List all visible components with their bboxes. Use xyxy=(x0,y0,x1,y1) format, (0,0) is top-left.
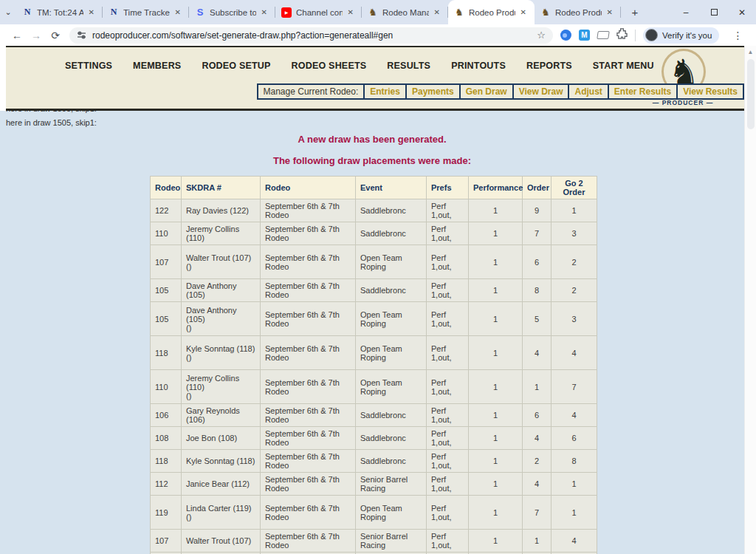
cell-rodeo: September 6th & 7th Rodeo xyxy=(261,427,356,450)
bookmark-star-icon[interactable]: ☆ xyxy=(537,30,546,41)
window-controls: – ✕ xyxy=(672,0,756,24)
cell-order: 1 xyxy=(523,370,551,404)
cell-go2-order: 3 xyxy=(551,222,597,245)
tab-close-icon[interactable]: ✕ xyxy=(518,7,529,18)
page-scrollbar[interactable]: ▲ xyxy=(744,46,756,554)
table-row: 105 Dave Anthony (105) September 6th & 7… xyxy=(151,279,597,302)
tab-title: Channel conten xyxy=(296,8,343,17)
new-tab-button[interactable]: + xyxy=(625,6,645,18)
cell-order: 8 xyxy=(523,279,551,302)
cell-go2-order: 8 xyxy=(551,450,597,473)
cell-member: Jeremy Collins (110) xyxy=(182,222,261,245)
cell-prefs: Perf 1,out, xyxy=(427,427,469,450)
browser-menu-icon[interactable]: ⋮ xyxy=(732,30,743,41)
tab-close-icon[interactable]: ✕ xyxy=(432,7,442,18)
tabs: TM: Tot:24 A:3, E ✕ Time Tracker ✕ Subsc… xyxy=(16,0,621,24)
horse-icon xyxy=(368,7,378,18)
cell-performance: 1 xyxy=(469,530,523,553)
cell-rodeo: September 6th & 7th Rodeo xyxy=(261,279,356,302)
adjust-button[interactable]: Adjust xyxy=(568,83,608,100)
view-results-button[interactable]: View Results xyxy=(676,83,744,100)
extension-blue-icon[interactable] xyxy=(560,30,571,41)
notion-icon xyxy=(22,7,32,18)
view-draw-button[interactable]: View Draw xyxy=(512,83,570,100)
browser-tab[interactable]: Rodeo Produce ✕ xyxy=(535,0,621,24)
cell-event: Saddlebronc xyxy=(356,427,427,450)
cell-member: Gary Reynolds (106) xyxy=(182,404,261,427)
scrollbar-thumb[interactable] xyxy=(747,59,755,129)
nav-reports[interactable]: REPORTS xyxy=(526,61,572,71)
nav-settings[interactable]: SETTINGS xyxy=(65,61,112,71)
url-text[interactable]: rodeoproducer.com/software/set-generate-… xyxy=(92,30,532,41)
tab-close-icon[interactable]: ✕ xyxy=(605,7,615,18)
card-extension-icon[interactable] xyxy=(597,31,610,39)
browser-tab[interactable]: Rodeo Producer ✕ xyxy=(448,0,535,24)
cell-event: Open Team Roping xyxy=(356,496,427,530)
cell-performance: 1 xyxy=(469,404,523,427)
cell-order: 6 xyxy=(523,245,551,279)
horse-icon xyxy=(540,7,551,18)
entries-button[interactable]: Entries xyxy=(363,83,407,100)
cell-performance: 1 xyxy=(469,496,523,530)
address-bar[interactable]: rodeoproducer.com/software/set-generate-… xyxy=(69,27,553,44)
browser-tab[interactable]: Channel conten ✕ xyxy=(275,0,362,24)
cell-order: 7 xyxy=(523,222,551,245)
nav-rodeo-sheets[interactable]: RODEO SHEETS xyxy=(292,61,367,71)
nav-start-menu[interactable]: START MENU xyxy=(593,61,654,71)
forward-button[interactable]: → xyxy=(27,30,46,41)
col-rodeo: Rodeo xyxy=(261,177,356,199)
cell-prefs: Perf 1,out, xyxy=(427,336,469,370)
tab-close-icon[interactable]: ✕ xyxy=(346,7,356,18)
maximize-button[interactable] xyxy=(700,7,728,18)
cell-rodeo-num: 119 xyxy=(151,496,182,530)
cell-prefs: Perf 1,out, xyxy=(427,245,469,279)
enter-results-button[interactable]: Enter Results xyxy=(608,83,678,100)
manage-current-rodeo-bar: Manage Current Rodeo: Entries Payments G… xyxy=(258,83,744,100)
tab-close-icon[interactable]: ✕ xyxy=(173,7,183,18)
table-row: 107 Walter Trout (107) September 6th & 7… xyxy=(151,530,597,553)
reload-button[interactable]: ⟳ xyxy=(46,30,65,41)
profile-chip[interactable]: Verify it's you xyxy=(643,27,719,44)
cell-event: Senior Barrel Racing xyxy=(356,530,427,553)
table-row: 105 Dave Anthony (105)() September 6th &… xyxy=(151,302,597,336)
nav-rodeo-setup[interactable]: RODEO SETUP xyxy=(202,61,270,71)
browser-tab[interactable]: TM: Tot:24 A:3, E ✕ xyxy=(16,0,103,24)
cell-rodeo-num: 110 xyxy=(151,370,182,404)
cell-rodeo-num: 107 xyxy=(151,245,182,279)
monica-extension-icon[interactable]: M xyxy=(579,30,590,41)
browser-tab[interactable]: Subscribe to Sir ✕ xyxy=(189,0,275,24)
col-event: Event xyxy=(356,177,427,199)
tab-title: Rodeo Producer xyxy=(469,8,515,17)
close-button[interactable]: ✕ xyxy=(728,7,756,18)
nav-printouts[interactable]: PRINTOUTS xyxy=(451,61,506,71)
minimize-button[interactable]: – xyxy=(672,7,700,18)
payments-button[interactable]: Payments xyxy=(405,83,461,100)
browser-tab[interactable]: Rodeo Manage ✕ xyxy=(362,0,448,24)
main-content: here in draw 1505, skip1: here in draw 1… xyxy=(0,111,744,554)
scroll-up-arrow-icon[interactable]: ▲ xyxy=(745,46,756,55)
back-button[interactable]: ← xyxy=(7,30,27,41)
tab-close-icon[interactable]: ✕ xyxy=(86,7,97,18)
placements-heading: The following draw placements were made: xyxy=(0,155,744,166)
cell-rodeo: September 6th & 7th Rodeo xyxy=(261,199,356,222)
cell-performance: 1 xyxy=(469,450,523,473)
nav-members[interactable]: MEMBERS xyxy=(133,61,181,71)
cell-rodeo-num: 118 xyxy=(151,450,182,473)
toolbar-divider xyxy=(635,30,636,41)
cell-rodeo: September 6th & 7th Rodeo xyxy=(261,370,356,404)
browser-tab[interactable]: Time Tracker ✕ xyxy=(103,0,189,24)
tab-close-icon[interactable]: ✕ xyxy=(259,7,269,18)
cell-rodeo-num: 118 xyxy=(151,336,182,370)
gen-draw-button[interactable]: Gen Draw xyxy=(459,83,514,100)
cell-prefs: Perf 1,out, xyxy=(427,530,469,553)
cell-event: Open Team Roping xyxy=(356,245,427,279)
extensions-puzzle-icon[interactable] xyxy=(616,28,628,42)
cell-rodeo-num: 105 xyxy=(151,302,182,336)
cell-performance: 1 xyxy=(469,473,523,496)
cell-event: Saddlebronc xyxy=(356,222,427,245)
cell-event: Senior Barrel Racing xyxy=(356,473,427,496)
tab-search-chevron-icon[interactable]: ⌄ xyxy=(0,7,16,17)
nav-results[interactable]: RESULTS xyxy=(387,61,430,71)
col-go2-order: Go 2 Order xyxy=(551,177,597,199)
site-settings-icon[interactable] xyxy=(77,30,86,40)
